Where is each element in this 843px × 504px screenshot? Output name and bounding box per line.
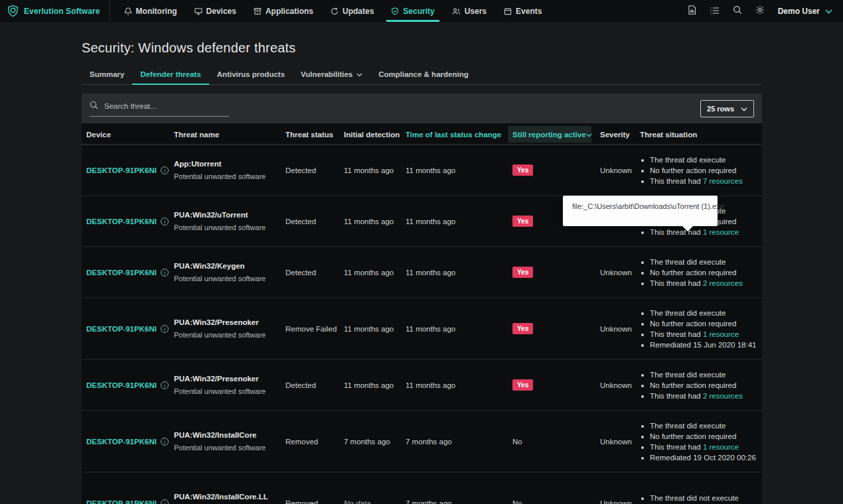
info-icon[interactable]: i xyxy=(161,438,169,446)
nav-item-security[interactable]: Security xyxy=(382,0,443,22)
severity-cell: Unknown xyxy=(595,438,635,446)
rows-per-page-select[interactable]: 25 rows xyxy=(700,100,754,117)
last-status-change-cell: 7 months ago xyxy=(401,438,508,446)
column-header-severity[interactable]: Severity xyxy=(595,131,635,139)
tab-vulnerabilities[interactable]: Vulnerabilities xyxy=(293,70,370,84)
calendar-icon xyxy=(504,7,512,15)
threat-situation-cell: The threat did executeNo further action … xyxy=(635,306,762,351)
threat-situation-item: The threat did not execute xyxy=(640,494,762,502)
device-link[interactable]: DESKTOP-91PK6NI xyxy=(86,269,157,277)
still-reporting-active-cell: No xyxy=(508,438,595,446)
device-link[interactable]: DESKTOP-91PK6NI xyxy=(86,325,157,333)
info-icon[interactable]: i xyxy=(161,499,169,504)
column-header-initial-detection[interactable]: Initial detection xyxy=(339,131,401,139)
brand-name: Everlution Software xyxy=(24,7,100,16)
threat-situation-cell: The threat did executeNo further action … xyxy=(635,255,762,290)
search-threat-box xyxy=(90,100,229,117)
initial-detection-cell: 11 months ago xyxy=(339,218,401,225)
threat-situation-list: The threat did executeNo further action … xyxy=(640,156,762,185)
threat-name-cell: PUA:Win32/InstallCore.LLPotential unwant… xyxy=(169,493,281,504)
table-row: DESKTOP-91PK6NIiPUA:Win32/PresenokerPote… xyxy=(82,360,762,411)
threat-status-cell: Detected xyxy=(281,381,339,389)
info-icon[interactable]: i xyxy=(161,218,169,225)
table-row: DESKTOP-91PK6NIiApp:UtorrentPotential un… xyxy=(82,145,762,196)
nav-item-users[interactable]: Users xyxy=(443,0,495,22)
info-icon[interactable]: i xyxy=(161,325,169,333)
settings-button[interactable] xyxy=(750,1,770,21)
severity-cell: Unknown xyxy=(595,269,635,277)
tab-defender-threats[interactable]: Defender threats xyxy=(132,70,208,84)
device-cell: DESKTOP-91PK6NIi xyxy=(82,381,169,389)
threat-situation-list: The threat did not executeNo further act… xyxy=(640,494,762,504)
tab-compliance-hardening[interactable]: Compliance & hardening xyxy=(370,70,476,84)
column-header-still-reporting-active[interactable]: Still reporting active xyxy=(508,126,595,143)
nav-item-applications[interactable]: Applications xyxy=(245,0,322,22)
threat-type: Potential unwanted software xyxy=(174,331,281,339)
resources-link[interactable]: 2 resources xyxy=(703,279,743,287)
threat-situation-list: The threat did executeNo further action … xyxy=(640,309,762,349)
resources-link[interactable]: 7 resources xyxy=(703,177,743,185)
threat-situation-item: The threat did execute xyxy=(640,258,762,266)
column-header-threat-name[interactable]: Threat name xyxy=(169,131,281,139)
nav-item-monitoring[interactable]: Monitoring xyxy=(115,0,186,22)
still-active-badge: Yes xyxy=(512,216,533,227)
table-row: DESKTOP-91PK6NIiPUA:Win32/InstallCore.LL… xyxy=(82,473,762,504)
initial-detection-cell: 7 months ago xyxy=(339,438,401,446)
threat-situation-item: Remediated 15 Jun 2020 18:41 xyxy=(640,341,762,349)
tooltip-text: file:_C:\Users\arbit\Downloads\uTorrent … xyxy=(572,202,724,210)
report-button[interactable] xyxy=(682,1,702,21)
brand-logo[interactable]: Everlution Software xyxy=(0,0,110,22)
last-status-change-cell: 11 months ago xyxy=(401,218,508,225)
device-cell: DESKTOP-91PK6NIi xyxy=(82,499,169,504)
info-icon[interactable]: i xyxy=(161,166,169,174)
device-link[interactable]: DESKTOP-91PK6NI xyxy=(86,218,157,225)
threat-name: PUA:Win32/Presenoker xyxy=(174,375,281,383)
tasks-button[interactable] xyxy=(705,1,725,21)
threat-situation-item: This threat had 7 resources xyxy=(640,177,762,185)
severity-cell: Unknown xyxy=(595,499,635,504)
last-status-change-cell: 11 months ago xyxy=(401,269,508,277)
info-icon[interactable]: i xyxy=(161,269,169,277)
nav-item-updates[interactable]: Updates xyxy=(322,0,382,22)
column-header-threat-situation[interactable]: Threat situation xyxy=(635,131,762,139)
device-link[interactable]: DESKTOP-91PK6NI xyxy=(86,166,157,174)
resources-link[interactable]: 2 resources xyxy=(703,392,743,400)
threat-situation-item: This threat had 1 resource xyxy=(640,330,762,338)
column-header-time-of-last-status-change[interactable]: Time of last status change xyxy=(401,131,508,139)
column-header-threat-status[interactable]: Threat status xyxy=(281,131,339,139)
search-threat-input[interactable] xyxy=(104,102,210,110)
still-active-badge: Yes xyxy=(512,379,533,391)
device-link[interactable]: DESKTOP-91PK6NI xyxy=(86,499,157,504)
user-name: Demo User xyxy=(778,7,820,16)
device-link[interactable]: DESKTOP-91PK6NI xyxy=(86,381,157,389)
threat-situation-item: This threat had 1 resource xyxy=(640,228,762,236)
column-header-device[interactable]: Device xyxy=(82,131,169,139)
nav-label: Devices xyxy=(206,7,236,16)
threat-situation-item: This threat had 2 resources xyxy=(640,392,762,400)
device-cell: DESKTOP-91PK6NIi xyxy=(82,269,169,277)
nav-item-devices[interactable]: Devices xyxy=(186,0,245,22)
threat-status-cell: Remove Failed xyxy=(281,325,339,333)
last-status-change-cell: 11 months ago xyxy=(401,325,508,333)
threat-situation-item: This threat had 2 resources xyxy=(640,279,762,287)
user-menu[interactable]: Demo User xyxy=(773,7,834,16)
nav-label: Security xyxy=(403,7,434,16)
resources-link[interactable]: 1 resource xyxy=(703,330,739,338)
search-icon xyxy=(90,100,98,112)
threat-name: PUA:Win32/InstallCore.LL xyxy=(174,493,281,501)
still-active-badge: Yes xyxy=(512,267,533,278)
resources-link[interactable]: 1 resource xyxy=(703,228,739,236)
threat-name-cell: PUA:Win32/InstallCorePotential unwanted … xyxy=(169,431,281,452)
search-button[interactable] xyxy=(728,1,747,21)
info-icon[interactable]: i xyxy=(161,381,169,389)
threat-situation-item: Remediated 19 Oct 2020 00:26 xyxy=(640,454,762,462)
device-link[interactable]: DESKTOP-91PK6NI xyxy=(86,438,157,446)
tab-antivirus-products[interactable]: Antivirus products xyxy=(209,70,293,84)
refresh-icon xyxy=(331,7,339,15)
threat-name: PUA:Win32/Presenoker xyxy=(174,318,281,326)
resources-link[interactable]: 1 resource xyxy=(703,443,739,451)
still-active-badge: Yes xyxy=(512,323,533,334)
tab-summary[interactable]: Summary xyxy=(82,70,132,84)
nav-item-events[interactable]: Events xyxy=(495,0,550,22)
threat-situation-item: No further action required xyxy=(640,166,762,174)
